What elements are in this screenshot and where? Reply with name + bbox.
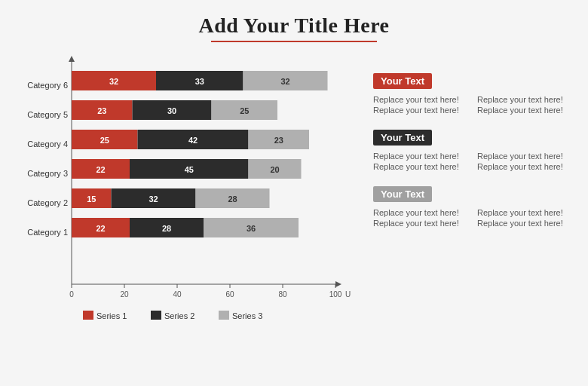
- badge-2: Your Text: [373, 130, 432, 146]
- svg-text:Category 3: Category 3: [27, 169, 68, 178]
- svg-text:40: 40: [173, 290, 182, 299]
- replace-text: Replace your text here!: [373, 208, 471, 217]
- svg-text:Category 1: Category 1: [27, 228, 68, 237]
- svg-rect-63: [219, 311, 229, 320]
- svg-text:36: 36: [247, 224, 256, 233]
- svg-text:23: 23: [97, 106, 106, 115]
- svg-text:45: 45: [185, 165, 194, 174]
- text-block-1: Your Text Replace your text here! Replac…: [373, 73, 584, 115]
- chart-svg: 0 20 40 60 80 100 Unit Category 6: [11, 54, 351, 333]
- svg-text:33: 33: [195, 77, 204, 86]
- chart-area: 0 20 40 60 80 100 Unit Category 6: [11, 54, 358, 336]
- svg-text:60: 60: [225, 290, 234, 299]
- svg-marker-3: [69, 56, 75, 62]
- replace-text: Replace your text here!: [477, 219, 575, 228]
- svg-text:0: 0: [69, 290, 74, 299]
- svg-text:Category 2: Category 2: [27, 198, 68, 207]
- svg-text:25: 25: [240, 106, 249, 115]
- main-title: Add Your Title Here: [0, 14, 588, 38]
- svg-text:15: 15: [87, 195, 96, 204]
- text-row: Replace your text here! Replace your tex…: [373, 162, 584, 171]
- svg-text:Unit: Unit: [345, 290, 351, 299]
- replace-text: Replace your text here!: [477, 106, 575, 115]
- text-rows-3: Replace your text here! Replace your tex…: [373, 208, 584, 228]
- svg-text:25: 25: [100, 136, 109, 145]
- svg-text:Category 5: Category 5: [27, 110, 68, 119]
- replace-text: Replace your text here!: [373, 106, 471, 115]
- text-rows-2: Replace your text here! Replace your tex…: [373, 152, 584, 171]
- svg-text:Category 6: Category 6: [27, 81, 68, 90]
- svg-text:20: 20: [120, 290, 129, 299]
- svg-text:28: 28: [162, 224, 171, 233]
- badge-1: Your Text: [373, 73, 432, 89]
- replace-text: Replace your text here!: [373, 162, 471, 171]
- svg-text:100: 100: [329, 290, 342, 299]
- text-block-2: Your Text Replace your text here! Replac…: [373, 130, 584, 171]
- svg-text:Series 2: Series 2: [164, 311, 194, 320]
- svg-text:32: 32: [280, 77, 289, 86]
- title-section: Add Your Title Here: [0, 0, 588, 48]
- replace-text: Replace your text here!: [477, 208, 575, 217]
- replace-text: Replace your text here!: [373, 152, 471, 161]
- replace-text: Replace your text here!: [477, 152, 575, 161]
- title-underline: [211, 41, 377, 42]
- svg-text:Category 4: Category 4: [27, 139, 68, 149]
- svg-text:80: 80: [278, 290, 287, 299]
- text-rows-1: Replace your text here! Replace your tex…: [373, 95, 584, 115]
- text-row: Replace your text here! Replace your tex…: [373, 106, 584, 115]
- replace-text: Replace your text here!: [477, 162, 575, 171]
- svg-rect-59: [83, 311, 93, 320]
- svg-text:Series 1: Series 1: [96, 311, 127, 320]
- text-row: Replace your text here! Replace your tex…: [373, 219, 584, 228]
- svg-text:23: 23: [274, 136, 283, 145]
- replace-text: Replace your text here!: [477, 95, 575, 104]
- svg-rect-61: [151, 311, 161, 320]
- replace-text: Replace your text here!: [373, 219, 471, 228]
- svg-text:28: 28: [228, 195, 237, 204]
- svg-text:22: 22: [96, 165, 105, 174]
- text-row: Replace your text here! Replace your tex…: [373, 208, 584, 217]
- svg-text:32: 32: [149, 195, 158, 204]
- badge-3: Your Text: [373, 186, 432, 202]
- svg-text:30: 30: [167, 106, 176, 115]
- svg-text:32: 32: [109, 77, 118, 86]
- text-row: Replace your text here! Replace your tex…: [373, 95, 584, 104]
- svg-text:Series 3: Series 3: [232, 311, 262, 320]
- svg-text:20: 20: [270, 165, 279, 174]
- svg-marker-2: [335, 281, 341, 287]
- right-panel: Your Text Replace your text here! Replac…: [358, 69, 584, 336]
- svg-text:42: 42: [188, 136, 198, 145]
- svg-text:22: 22: [96, 224, 105, 233]
- text-block-3: Your Text Replace your text here! Replac…: [373, 186, 584, 228]
- replace-text: Replace your text here!: [373, 95, 471, 104]
- page-container: Add Your Title Here 0 20: [0, 0, 588, 386]
- text-row: Replace your text here! Replace your tex…: [373, 152, 584, 161]
